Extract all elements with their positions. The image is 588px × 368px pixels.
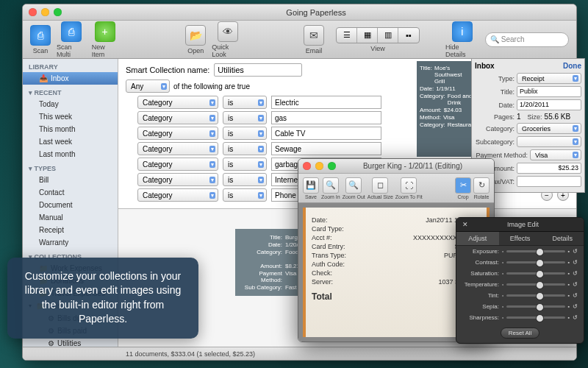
rule-field-dropdown[interactable]: Category	[137, 96, 218, 109]
date-field[interactable]: 1/20/2011	[517, 99, 581, 110]
slider-reset-icon[interactable]: ↺	[573, 303, 578, 310]
editor-zoom-fit-button[interactable]: ⛶Zoom To Fit	[395, 177, 423, 199]
rule-value-input[interactable]	[271, 142, 381, 155]
rule-op-dropdown[interactable]: is	[223, 96, 267, 109]
slider-plus-icon: ▪	[568, 304, 570, 309]
rule-op-dropdown[interactable]: is	[223, 173, 267, 186]
sidebar-item-manual[interactable]: Manual	[23, 211, 118, 224]
scan-multi-button[interactable]: ⎙Scan Multi	[57, 21, 86, 58]
amount-field[interactable]: $25.23	[517, 163, 581, 174]
slider-reset-icon[interactable]: ↺	[573, 270, 578, 277]
inspector-done-button[interactable]: Done	[563, 62, 581, 70]
subcategory-dropdown[interactable]	[517, 136, 581, 147]
close-button[interactable]	[29, 8, 37, 16]
rule-field-dropdown[interactable]: Category	[137, 142, 218, 155]
sc-name-label: Smart Collection name:	[126, 66, 209, 74]
sidebar-section-types[interactable]: ▾ TYPES	[23, 160, 118, 174]
slider-reset-icon[interactable]: ↺	[573, 259, 578, 266]
rule-field-dropdown[interactable]: Category	[137, 111, 218, 124]
sidebar-item-bill[interactable]: Bill	[23, 174, 118, 186]
sidebar-item-last-month[interactable]: Last month	[23, 148, 118, 160]
sc-match-dropdown[interactable]: Any	[126, 79, 170, 93]
crop-icon: ✂	[455, 177, 471, 194]
rule-op-dropdown[interactable]: is	[223, 158, 267, 171]
rule-op-dropdown[interactable]: is	[223, 142, 267, 155]
editor-crop-button[interactable]: ✂Crop	[455, 177, 471, 199]
slider-reset-icon[interactable]: ↺	[573, 314, 578, 321]
slider-minus-icon: ▫	[502, 260, 503, 265]
slider-reset-icon[interactable]: ↺	[573, 292, 578, 299]
slider-row: Contrast:▫▪↺	[456, 257, 584, 268]
sc-name-input[interactable]	[214, 63, 302, 77]
new-item-button[interactable]: +New Item	[92, 21, 118, 58]
hide-details-button[interactable]: iHide Details	[445, 21, 479, 58]
tab-details[interactable]: Details	[541, 232, 584, 245]
editor-actual-size-button[interactable]: ◻Actual Size	[368, 177, 393, 199]
view-list-icon[interactable]: ☰	[337, 28, 357, 43]
sidebar-item-this-week[interactable]: This week	[23, 110, 118, 123]
rule-value-input[interactable]	[271, 96, 381, 109]
sidebar-section-recent[interactable]: ▾ RECENT	[23, 85, 118, 98]
view-col-icon[interactable]: ▥	[378, 28, 398, 43]
slider-plus-icon: ▪	[568, 315, 570, 320]
title-field[interactable]: Publix	[517, 86, 581, 97]
slider-row: Tint:▫▪↺	[456, 290, 584, 301]
inspector-header: Inbox	[475, 62, 495, 70]
payment-dropdown[interactable]: Visa	[530, 149, 581, 160]
slider-saturation[interactable]	[506, 272, 564, 275]
editor-zoom-button[interactable]	[328, 162, 336, 170]
slider-minus-icon: ▫	[502, 249, 503, 254]
search-input[interactable]: 🔍 Search	[485, 32, 569, 47]
slider-exposure[interactable]	[506, 250, 564, 252]
image-edit-close-icon[interactable]: ✕	[462, 221, 468, 228]
scan-button[interactable]: ⎙Scan	[30, 25, 51, 54]
sc-match-text: of the following are true	[173, 82, 250, 91]
rule-op-dropdown[interactable]: is	[223, 111, 267, 124]
editor-zoom-out-button[interactable]: 🔍Zoom Out	[343, 177, 365, 199]
reset-all-button[interactable]: Reset All	[501, 328, 540, 339]
sidebar-item-document[interactable]: Document	[23, 199, 118, 211]
sidebar-item-today[interactable]: Today	[23, 98, 118, 110]
minimize-button[interactable]	[41, 8, 49, 16]
zoom-button[interactable]	[54, 8, 62, 16]
email-button[interactable]: ✉Email	[304, 25, 324, 54]
slider-reset-icon[interactable]: ↺	[573, 281, 578, 288]
slider-sepia[interactable]	[506, 305, 564, 308]
slider-tint[interactable]	[506, 294, 564, 297]
tab-effects[interactable]: Effects	[499, 232, 542, 245]
rule-field-dropdown[interactable]: Category	[137, 158, 218, 171]
rule-field-dropdown[interactable]: Category	[137, 127, 218, 140]
editor-rotate-button[interactable]: ↻Rotate	[473, 177, 490, 199]
rule-op-dropdown[interactable]: is	[223, 127, 267, 140]
editor-save-button[interactable]: 💾Save	[303, 177, 319, 199]
rule-field-dropdown[interactable]: Category	[137, 188, 218, 202]
status-text: 11 documents, $333.04 (1 selected, $25.2…	[126, 350, 255, 358]
editor-minimize-button[interactable]	[315, 162, 323, 170]
sidebar-item-receipt[interactable]: Receipt	[23, 224, 118, 236]
sidebar-item-inbox[interactable]: 📥 Inbox	[23, 72, 118, 85]
tab-adjust[interactable]: Adjust	[456, 232, 499, 245]
sidebar-item-last-week[interactable]: Last week	[23, 135, 118, 148]
slider-row: Sepia:▫▪↺	[456, 301, 584, 312]
sidebar-item-this-month[interactable]: This month	[23, 123, 118, 135]
rule-field-dropdown[interactable]: Category	[137, 173, 218, 186]
slider-contrast[interactable]	[506, 261, 564, 263]
category-dropdown[interactable]: Groceries	[517, 123, 581, 134]
view-mode-segmented[interactable]: ☰ ▦ ▥ ▪▪	[336, 27, 420, 43]
tax-field[interactable]	[517, 176, 581, 187]
rule-value-input[interactable]	[271, 111, 381, 124]
rule-value-input[interactable]	[271, 127, 381, 140]
editor-zoom-in-button[interactable]: 🔍Zoom In	[321, 177, 340, 199]
sidebar-item-warranty[interactable]: Warranty	[23, 236, 118, 249]
type-dropdown[interactable]: Receipt	[517, 73, 581, 84]
view-grid-icon[interactable]: ▦	[357, 28, 378, 43]
sidebar-item-contact[interactable]: Contact	[23, 186, 118, 199]
slider-reset-icon[interactable]: ↺	[573, 248, 578, 255]
open-button[interactable]: 📂Open	[185, 25, 206, 54]
slider-temperature[interactable]	[506, 283, 564, 286]
quick-look-button[interactable]: 👁Quick Look	[212, 21, 243, 58]
slider-sharpness[interactable]	[506, 316, 564, 319]
view-chart-icon[interactable]: ▪▪	[398, 28, 419, 43]
rule-op-dropdown[interactable]: is	[223, 188, 267, 202]
editor-close-button[interactable]	[303, 162, 311, 170]
